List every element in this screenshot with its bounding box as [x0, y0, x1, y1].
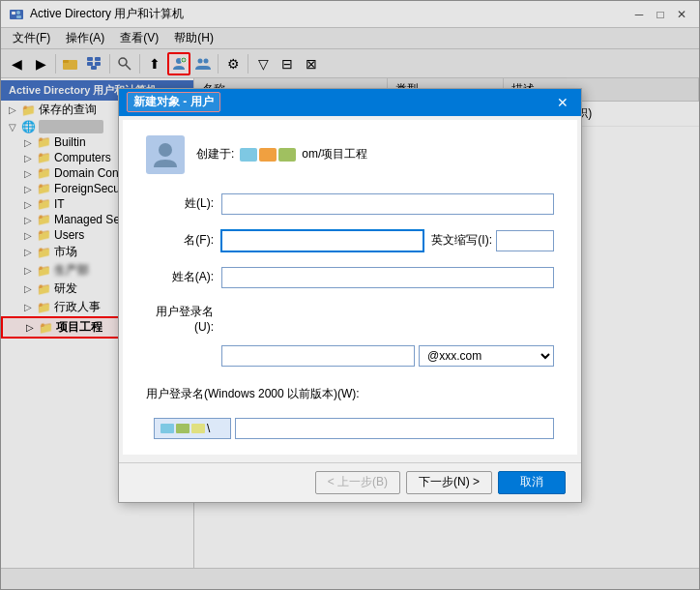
- domain-select[interactable]: @xxx.com @domain.local: [419, 345, 554, 367]
- path-block-3: [278, 148, 296, 162]
- initials-label: 英文缩写(I):: [431, 232, 492, 249]
- dialog-body: 创建于: om/项目工程 姓(L): 名(F):: [123, 120, 577, 455]
- legacy-login-input[interactable]: [235, 418, 554, 439]
- cancel-button[interactable]: 取消: [498, 471, 566, 494]
- dialog-close-button[interactable]: ✕: [552, 92, 573, 113]
- dialog-overlay: 新建对象 - 用户 ✕ 创建于:: [0, 0, 700, 590]
- last-name-label: 姓(L):: [146, 195, 214, 212]
- svg-point-20: [159, 143, 172, 157]
- legacy-prefix: \: [154, 418, 231, 439]
- login-row: @xxx.com @domain.local: [146, 345, 554, 367]
- dialog-footer: < 上一步(B) 下一步(N) > 取消: [119, 462, 581, 502]
- legacy-login-row: \: [146, 418, 554, 439]
- last-name-input[interactable]: [221, 193, 554, 215]
- create-in-path: om/项目工程: [302, 146, 367, 162]
- first-name-label: 名(F):: [146, 232, 214, 249]
- prefix-block-2: [176, 424, 190, 433]
- create-in-label: 创建于:: [196, 146, 234, 162]
- login-label-row: 用户登录名(U):: [146, 304, 554, 334]
- prev-button[interactable]: < 上一步(B): [315, 471, 400, 494]
- login-label: 用户登录名(U):: [146, 304, 214, 334]
- dialog-title-bar: 新建对象 - 用户 ✕: [119, 89, 581, 116]
- prefix-block-3: [191, 424, 205, 433]
- full-name-row: 姓名(A):: [146, 267, 554, 288]
- legacy-login-label-row: 用户登录名(Windows 2000 以前版本)(W):: [146, 386, 554, 402]
- next-button[interactable]: 下一步(N) >: [406, 471, 492, 494]
- legacy-login-label: 用户登录名(Windows 2000 以前版本)(W):: [146, 386, 360, 402]
- legacy-prefix-text: \: [207, 422, 210, 435]
- prefix-block-1: [160, 424, 174, 433]
- first-name-input[interactable]: [221, 230, 423, 251]
- user-avatar: [146, 135, 185, 174]
- full-name-input[interactable]: [221, 267, 554, 288]
- last-name-row: 姓(L):: [146, 193, 554, 215]
- login-input[interactable]: [221, 345, 415, 367]
- initials-input[interactable]: [496, 230, 554, 251]
- initials-group: 英文缩写(I):: [431, 230, 554, 251]
- path-block-2: [259, 148, 277, 162]
- create-in-text: 创建于: om/项目工程: [196, 146, 367, 162]
- full-name-label: 姓名(A):: [146, 269, 214, 285]
- new-user-dialog: 新建对象 - 用户 ✕ 创建于:: [118, 88, 582, 503]
- path-blocks: [240, 148, 296, 162]
- first-name-row: 名(F): 英文缩写(I):: [146, 230, 554, 251]
- dialog-title: 新建对象 - 用户: [127, 92, 220, 112]
- dialog-info-row: 创建于: om/项目工程: [146, 135, 554, 174]
- path-block-1: [240, 148, 257, 162]
